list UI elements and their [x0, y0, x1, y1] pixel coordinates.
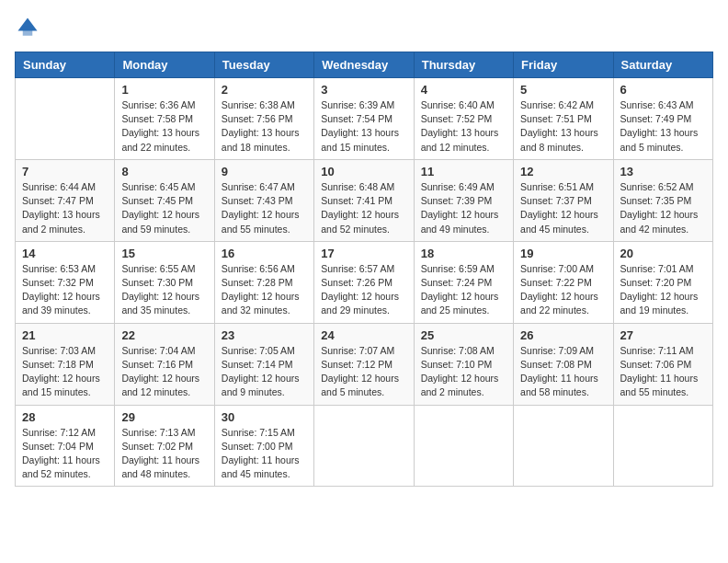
day-number: 1: [121, 83, 207, 97]
calendar-cell: 12Sunrise: 6:51 AMSunset: 7:37 PMDayligh…: [514, 159, 613, 241]
calendar-cell: 11Sunrise: 6:49 AMSunset: 7:39 PMDayligh…: [414, 159, 513, 241]
calendar-cell: 10Sunrise: 6:48 AMSunset: 7:41 PMDayligh…: [314, 159, 414, 241]
calendar-cell: 3Sunrise: 6:39 AMSunset: 7:54 PMDaylight…: [314, 78, 414, 160]
day-number: 12: [520, 165, 606, 178]
day-info: Sunrise: 7:00 AMSunset: 7:22 PMDaylight:…: [520, 262, 606, 318]
calendar-cell: 16Sunrise: 6:56 AMSunset: 7:28 PMDayligh…: [214, 241, 313, 323]
weekday-header-monday: Monday: [115, 52, 214, 78]
day-info: Sunrise: 6:39 AMSunset: 7:54 PMDaylight:…: [321, 98, 406, 155]
day-number: 5: [520, 83, 606, 97]
calendar-cell: [613, 405, 712, 487]
calendar-cell: 18Sunrise: 6:59 AMSunset: 7:24 PMDayligh…: [414, 241, 513, 323]
calendar-cell: 14Sunrise: 6:53 AMSunset: 7:32 PMDayligh…: [16, 241, 115, 323]
day-number: 27: [620, 328, 706, 342]
calendar-week-row: 28Sunrise: 7:12 AMSunset: 7:04 PMDayligh…: [16, 405, 713, 487]
calendar-cell: 22Sunrise: 7:04 AMSunset: 7:16 PMDayligh…: [115, 323, 214, 405]
page-header: [15, 15, 713, 40]
calendar-week-row: 21Sunrise: 7:03 AMSunset: 7:18 PMDayligh…: [16, 323, 713, 405]
day-number: 23: [222, 328, 307, 342]
day-number: 28: [22, 410, 108, 424]
day-number: 25: [421, 328, 506, 342]
day-info: Sunrise: 7:09 AMSunset: 7:08 PMDaylight:…: [520, 344, 606, 400]
day-info: Sunrise: 6:59 AMSunset: 7:24 PMDaylight:…: [421, 262, 506, 318]
day-number: 24: [321, 328, 406, 342]
calendar-cell: 13Sunrise: 6:52 AMSunset: 7:35 PMDayligh…: [613, 159, 712, 241]
day-info: Sunrise: 6:51 AMSunset: 7:37 PMDaylight:…: [520, 180, 606, 236]
day-number: 16: [222, 247, 307, 260]
weekday-header-thursday: Thursday: [414, 52, 513, 78]
calendar-cell: 9Sunrise: 6:47 AMSunset: 7:43 PMDaylight…: [214, 159, 313, 241]
day-number: 17: [321, 247, 406, 260]
day-number: 18: [421, 247, 506, 260]
day-info: Sunrise: 6:48 AMSunset: 7:41 PMDaylight:…: [321, 180, 406, 236]
day-number: 15: [121, 247, 207, 260]
logo: [15, 15, 44, 40]
day-number: 20: [620, 247, 706, 260]
calendar-cell: [16, 78, 115, 160]
weekday-header-friday: Friday: [514, 52, 613, 78]
calendar-cell: [514, 405, 613, 487]
weekday-header-wednesday: Wednesday: [314, 52, 414, 78]
day-info: Sunrise: 6:57 AMSunset: 7:26 PMDaylight:…: [321, 262, 406, 318]
day-number: 29: [121, 410, 207, 424]
calendar-cell: 1Sunrise: 6:36 AMSunset: 7:58 PMDaylight…: [115, 78, 214, 160]
calendar-header-row: SundayMondayTuesdayWednesdayThursdayFrid…: [16, 52, 713, 78]
calendar-cell: 6Sunrise: 6:43 AMSunset: 7:49 PMDaylight…: [613, 78, 712, 160]
calendar-cell: 7Sunrise: 6:44 AMSunset: 7:47 PMDaylight…: [16, 159, 115, 241]
day-number: 10: [321, 165, 406, 178]
calendar-cell: 29Sunrise: 7:13 AMSunset: 7:02 PMDayligh…: [115, 405, 214, 487]
calendar-cell: 28Sunrise: 7:12 AMSunset: 7:04 PMDayligh…: [16, 405, 115, 487]
calendar-cell: 30Sunrise: 7:15 AMSunset: 7:00 PMDayligh…: [214, 405, 313, 487]
calendar-week-row: 14Sunrise: 6:53 AMSunset: 7:32 PMDayligh…: [16, 241, 713, 323]
day-info: Sunrise: 6:47 AMSunset: 7:43 PMDaylight:…: [222, 180, 307, 236]
day-info: Sunrise: 6:44 AMSunset: 7:47 PMDaylight:…: [22, 180, 108, 236]
day-number: 7: [22, 165, 108, 178]
logo-icon: [15, 15, 40, 40]
day-info: Sunrise: 7:08 AMSunset: 7:10 PMDaylight:…: [421, 344, 506, 400]
day-info: Sunrise: 6:53 AMSunset: 7:32 PMDaylight:…: [22, 262, 108, 318]
calendar-cell: 27Sunrise: 7:11 AMSunset: 7:06 PMDayligh…: [613, 323, 712, 405]
weekday-header-sunday: Sunday: [16, 52, 115, 78]
day-info: Sunrise: 6:56 AMSunset: 7:28 PMDaylight:…: [222, 262, 307, 318]
day-number: 9: [222, 165, 307, 178]
calendar-cell: 24Sunrise: 7:07 AMSunset: 7:12 PMDayligh…: [314, 323, 414, 405]
calendar-cell: 26Sunrise: 7:09 AMSunset: 7:08 PMDayligh…: [514, 323, 613, 405]
weekday-header-saturday: Saturday: [613, 52, 712, 78]
calendar-cell: 2Sunrise: 6:38 AMSunset: 7:56 PMDaylight…: [214, 78, 313, 160]
day-info: Sunrise: 7:03 AMSunset: 7:18 PMDaylight:…: [22, 344, 108, 400]
day-number: 4: [421, 83, 506, 97]
day-number: 14: [22, 247, 108, 260]
day-info: Sunrise: 6:36 AMSunset: 7:58 PMDaylight:…: [121, 98, 207, 155]
calendar-cell: 23Sunrise: 7:05 AMSunset: 7:14 PMDayligh…: [214, 323, 313, 405]
svg-marker-1: [23, 26, 33, 36]
calendar-cell: 21Sunrise: 7:03 AMSunset: 7:18 PMDayligh…: [16, 323, 115, 405]
calendar-cell: 17Sunrise: 6:57 AMSunset: 7:26 PMDayligh…: [314, 241, 414, 323]
day-info: Sunrise: 6:52 AMSunset: 7:35 PMDaylight:…: [620, 180, 706, 236]
calendar-cell: [314, 405, 414, 487]
day-info: Sunrise: 7:13 AMSunset: 7:02 PMDaylight:…: [121, 426, 207, 482]
calendar-table: SundayMondayTuesdayWednesdayThursdayFrid…: [15, 52, 713, 487]
day-info: Sunrise: 6:55 AMSunset: 7:30 PMDaylight:…: [121, 262, 207, 318]
day-info: Sunrise: 7:05 AMSunset: 7:14 PMDaylight:…: [222, 344, 307, 400]
day-number: 26: [520, 328, 606, 342]
day-number: 13: [620, 165, 706, 178]
day-number: 8: [121, 165, 207, 178]
day-info: Sunrise: 6:40 AMSunset: 7:52 PMDaylight:…: [421, 98, 506, 155]
calendar-cell: 15Sunrise: 6:55 AMSunset: 7:30 PMDayligh…: [115, 241, 214, 323]
day-info: Sunrise: 7:04 AMSunset: 7:16 PMDaylight:…: [121, 344, 207, 400]
day-info: Sunrise: 7:07 AMSunset: 7:12 PMDaylight:…: [321, 344, 406, 400]
calendar-cell: 19Sunrise: 7:00 AMSunset: 7:22 PMDayligh…: [514, 241, 613, 323]
day-number: 3: [321, 83, 406, 97]
calendar-cell: 20Sunrise: 7:01 AMSunset: 7:20 PMDayligh…: [613, 241, 712, 323]
day-number: 6: [620, 83, 706, 97]
day-info: Sunrise: 6:38 AMSunset: 7:56 PMDaylight:…: [222, 98, 307, 155]
day-info: Sunrise: 6:42 AMSunset: 7:51 PMDaylight:…: [520, 98, 606, 155]
weekday-header-tuesday: Tuesday: [214, 52, 313, 78]
day-info: Sunrise: 7:15 AMSunset: 7:00 PMDaylight:…: [222, 426, 307, 482]
day-number: 11: [421, 165, 506, 178]
calendar-cell: [414, 405, 513, 487]
calendar-week-row: 1Sunrise: 6:36 AMSunset: 7:58 PMDaylight…: [16, 78, 713, 160]
day-info: Sunrise: 7:11 AMSunset: 7:06 PMDaylight:…: [620, 344, 706, 400]
calendar-cell: 8Sunrise: 6:45 AMSunset: 7:45 PMDaylight…: [115, 159, 214, 241]
day-number: 21: [22, 328, 108, 342]
